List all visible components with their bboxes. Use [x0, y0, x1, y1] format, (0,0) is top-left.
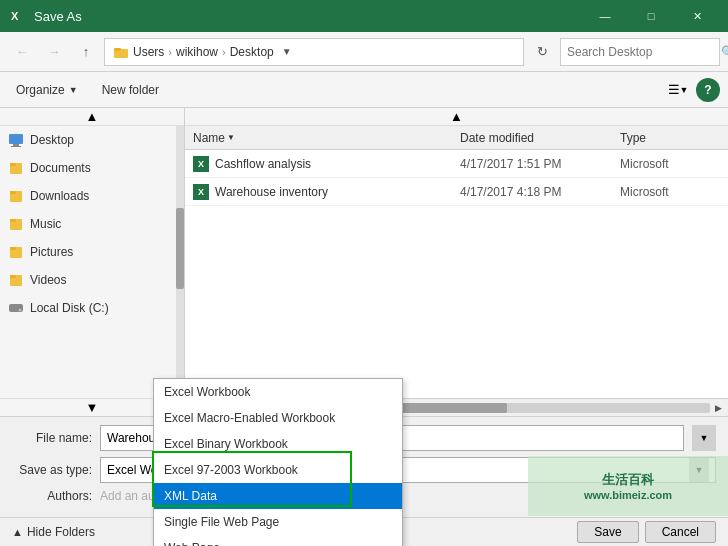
- videos-icon: [8, 272, 24, 288]
- forward-button[interactable]: →: [40, 38, 68, 66]
- search-input[interactable]: [567, 45, 717, 59]
- drive-icon: [8, 300, 24, 316]
- help-button[interactable]: ?: [696, 78, 720, 102]
- sidebar-item-downloads-label: Downloads: [30, 189, 89, 203]
- new-folder-button[interactable]: New folder: [94, 78, 167, 102]
- sidebar-scrollbar-thumb: [176, 208, 184, 290]
- file-row-cashflow[interactable]: X Cashflow analysis 4/17/2017 1:51 PM Mi…: [185, 150, 728, 178]
- col-name-label: Name: [193, 131, 225, 145]
- path-part-desktop: Desktop: [230, 45, 274, 59]
- file-type-warehouse: Microsoft: [620, 185, 720, 199]
- sidebar: ▲ Desktop Documents Downloads: [0, 108, 185, 416]
- svg-rect-8: [10, 163, 16, 166]
- file-row-warehouse[interactable]: X Warehouse inventory 4/17/2017 4:18 PM …: [185, 178, 728, 206]
- path-dropdown-icon[interactable]: ▼: [282, 46, 292, 57]
- svg-rect-10: [10, 191, 16, 194]
- dropdown-item-excel-workbook[interactable]: Excel Workbook: [154, 379, 402, 405]
- sidebar-item-pictures[interactable]: Pictures: [0, 238, 184, 266]
- svg-rect-12: [10, 219, 16, 222]
- file-list-header: Name ▼ Date modified Type: [185, 126, 728, 150]
- view-icon: ☰: [668, 82, 680, 97]
- authors-label: Authors:: [12, 489, 92, 503]
- scroll-right-button[interactable]: ▶: [710, 400, 726, 416]
- app-icon: X: [8, 6, 28, 26]
- col-name[interactable]: Name ▼: [193, 131, 460, 145]
- desktop-icon: [8, 132, 24, 148]
- window-controls: — □ ✕: [582, 0, 720, 32]
- col-date-label: Date modified: [460, 131, 534, 145]
- hide-folders-toggle[interactable]: ▲ Hide Folders: [12, 525, 95, 539]
- help-label: ?: [704, 83, 711, 97]
- sidebar-item-pictures-label: Pictures: [30, 245, 73, 259]
- toolbar-right: ☰ ▼ ?: [664, 78, 720, 102]
- organize-chevron-icon: ▼: [69, 85, 78, 95]
- sidebar-scrollbar[interactable]: [176, 126, 184, 398]
- folder-path-icon: [113, 44, 129, 60]
- savetype-dropdown-arrow[interactable]: ▼: [689, 458, 709, 482]
- window-title: Save As: [34, 9, 582, 24]
- back-button[interactable]: ←: [8, 38, 36, 66]
- path-part-users: Users: [133, 45, 164, 59]
- dropdown-item-binary-workbook[interactable]: Excel Binary Workbook: [154, 431, 402, 457]
- downloads-icon: [8, 188, 24, 204]
- col-date[interactable]: Date modified: [460, 131, 620, 145]
- minimize-button[interactable]: —: [582, 0, 628, 32]
- svg-text:X: X: [11, 10, 19, 22]
- music-icon: [8, 216, 24, 232]
- hide-folders-label: Hide Folders: [27, 525, 95, 539]
- filename-dropdown-arrow[interactable]: ▼: [692, 425, 716, 451]
- organize-button[interactable]: Organize ▼: [8, 78, 86, 102]
- col-type-label: Type: [620, 131, 646, 145]
- sidebar-item-videos-label: Videos: [30, 273, 66, 287]
- dropdown-item-macro-workbook[interactable]: Excel Macro-Enabled Workbook: [154, 405, 402, 431]
- cancel-button[interactable]: Cancel: [645, 521, 716, 543]
- documents-icon: [8, 160, 24, 176]
- sidebar-item-localdisk[interactable]: Local Disk (C:): [0, 294, 184, 322]
- sidebar-item-music[interactable]: Music: [0, 210, 184, 238]
- col-type[interactable]: Type: [620, 131, 720, 145]
- sidebar-scroll-down-icon: ▼: [86, 400, 99, 415]
- sidebar-scroll-up-icon: ▲: [86, 109, 99, 124]
- svg-point-18: [19, 309, 22, 312]
- excel-icon-cashflow: X: [193, 156, 209, 172]
- sort-icon: ▼: [227, 133, 235, 142]
- maximize-button[interactable]: □: [628, 0, 674, 32]
- address-path[interactable]: Users › wikihow › Desktop ▼: [104, 38, 524, 66]
- sidebar-item-documents[interactable]: Documents: [0, 154, 184, 182]
- sidebar-item-music-label: Music: [30, 217, 61, 231]
- dropdown-item-xml[interactable]: XML Data: [154, 483, 402, 509]
- svg-rect-3: [114, 48, 121, 51]
- file-list-scroll-up-icon: ▲: [450, 109, 463, 124]
- path-sep-1: ›: [168, 46, 172, 58]
- sidebar-item-videos[interactable]: Videos: [0, 266, 184, 294]
- file-name-cashflow: Cashflow analysis: [215, 157, 460, 171]
- file-list-scroll-up[interactable]: ▲: [185, 108, 728, 126]
- refresh-button[interactable]: ↻: [528, 38, 556, 66]
- sidebar-item-localdisk-label: Local Disk (C:): [30, 301, 109, 315]
- file-list-body: X Cashflow analysis 4/17/2017 1:51 PM Mi…: [185, 150, 728, 398]
- sidebar-item-desktop[interactable]: Desktop: [0, 126, 184, 154]
- sidebar-item-downloads[interactable]: Downloads: [0, 182, 184, 210]
- sidebar-item-documents-label: Documents: [30, 161, 91, 175]
- savetype-label: Save as type:: [12, 463, 92, 477]
- dropdown-item-97-2003[interactable]: Excel 97-2003 Workbook: [154, 457, 402, 483]
- excel-icon-warehouse: X: [193, 184, 209, 200]
- view-button[interactable]: ☰ ▼: [664, 78, 692, 102]
- dropdown-item-single-web[interactable]: Single File Web Page: [154, 509, 402, 535]
- toolbar: Organize ▼ New folder ☰ ▼ ?: [0, 72, 728, 108]
- svg-rect-4: [9, 134, 23, 144]
- toggle-arrow-icon: ▲: [12, 526, 23, 538]
- organize-label: Organize: [16, 83, 65, 97]
- sidebar-item-desktop-label: Desktop: [30, 133, 74, 147]
- sidebar-scroll-up[interactable]: ▲: [0, 108, 184, 126]
- filename-label: File name:: [12, 431, 92, 445]
- search-box[interactable]: 🔍: [560, 38, 720, 66]
- up-button[interactable]: ↑: [72, 38, 100, 66]
- save-button[interactable]: Save: [577, 521, 638, 543]
- title-bar: X Save As — □ ✕: [0, 0, 728, 32]
- file-type-cashflow: Microsoft: [620, 157, 720, 171]
- svg-rect-14: [10, 247, 16, 250]
- path-sep-2: ›: [222, 46, 226, 58]
- dropdown-item-web-page[interactable]: Web Page: [154, 535, 402, 546]
- close-button[interactable]: ✕: [674, 0, 720, 32]
